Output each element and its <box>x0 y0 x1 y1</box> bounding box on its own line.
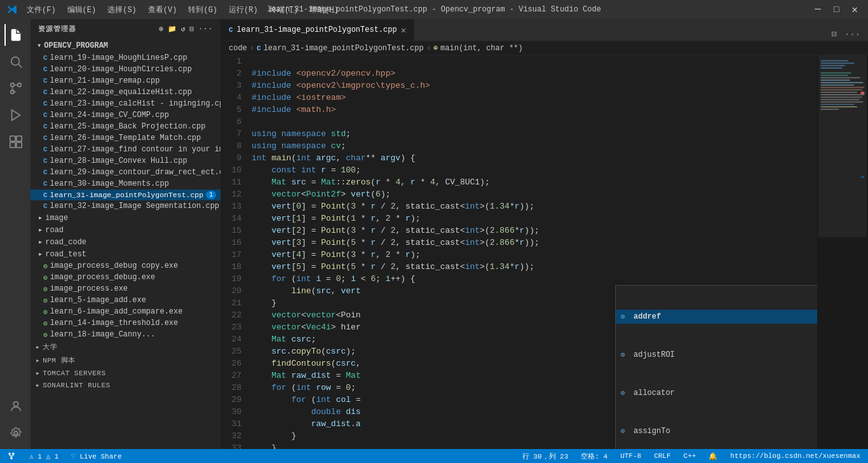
git-branch-status[interactable] <box>5 452 19 460</box>
sidebar-item-exe-threshold[interactable]: ⚙ learn_14-image_threshold.exe <box>31 317 220 329</box>
blog-url[interactable]: https://blog.csdn.net/xuesenmax <box>728 452 863 460</box>
minimize-button[interactable]: ─ <box>811 3 825 17</box>
sidebar-item-exe-process[interactable]: ⚙ image_process.exe <box>31 283 220 294</box>
indentation[interactable]: 空格: 4 <box>578 452 610 461</box>
breadcrumb-file[interactable]: learn_31-image_pointPolygonTest.cpp <box>264 44 424 53</box>
cpp-icon: C <box>43 123 48 130</box>
sidebar-item-exe-debug[interactable]: ⚙ image_process_debug.exe <box>31 272 220 283</box>
notification-bell[interactable]: 🔔 <box>706 452 720 460</box>
sidebar-item-exe-add[interactable]: ⚙ learn_5-image_add.exe <box>31 294 220 306</box>
sidebar-item-file-32[interactable]: C learn_32-image_Image Segmentation.cpp <box>31 200 220 212</box>
errors-warnings[interactable]: ⚠ 1 △ 1 <box>27 452 61 460</box>
sidebar-item-file-28[interactable]: C learn_28-image_Convex Hull.cpp <box>31 155 220 167</box>
sidebar-item-file-21[interactable]: C learn_21-image_remap.cpp <box>31 75 220 86</box>
live-share-button[interactable]: ♡ Live Share <box>69 452 124 460</box>
tab-label: learn_31-image_pointPolygonTest.cpp <box>237 25 397 34</box>
refresh-icon[interactable]: ↺ <box>181 25 186 33</box>
more-actions-button[interactable]: ··· <box>842 28 863 41</box>
chevron-right-icon: ▸ <box>36 343 40 351</box>
exe-icon: ⚙ <box>43 331 48 339</box>
activity-explorer[interactable] <box>4 24 26 46</box>
more-actions-icon[interactable]: ··· <box>198 25 213 33</box>
sidebar-item-label: learn_24-image_CV_COMP.cpp <box>50 111 169 120</box>
sidebar-item-file-19[interactable]: C learn_19-image_HoughLinesP.cpp <box>31 52 220 64</box>
folder-label: image <box>45 214 68 223</box>
sidebar-item-file-27[interactable]: C learn_27-image_find contour in your im… <box>31 144 220 155</box>
sidebar-item-file-31[interactable]: C learn_31-image_pointPolygonTest.cpp 1 <box>31 190 220 200</box>
activity-settings[interactable] <box>4 422 26 444</box>
breadcrumb-function[interactable]: main(int, char **) <box>440 44 523 53</box>
sidebar-folder-image[interactable]: ▸ image <box>31 212 220 224</box>
sidebar-item-file-23[interactable]: C learn_23-image_calcHist - inginging.cp… <box>31 98 220 109</box>
exe-icon: ⚙ <box>43 285 48 293</box>
tab-close-button[interactable]: ✕ <box>401 25 406 36</box>
svg-line-1 <box>18 64 22 67</box>
sidebar-item-file-20[interactable]: C learn_20-image_HoughCircles.cpp <box>31 64 220 75</box>
tab-bar: C learn_31-image_pointPolygonTest.cpp ✕ … <box>221 19 868 41</box>
activity-debug[interactable] <box>4 104 26 126</box>
sidebar-title: 资源管理器 <box>38 24 76 34</box>
menu-goto[interactable]: 转到(G) <box>183 3 222 17</box>
sidebar-item-exe-debug-copy[interactable]: ⚙ image_process_debug copy.exe <box>31 260 220 272</box>
tab-31[interactable]: C learn_31-image_pointPolygonTest.cpp ✕ <box>221 19 414 41</box>
sidebar-item-label: image_process_debug.exe <box>50 273 156 282</box>
cpp-icon: C <box>43 146 48 153</box>
menu-run[interactable]: 运行(R) <box>224 3 263 17</box>
sidebar-group-npm[interactable]: ▸ NPM 脚本 <box>31 354 220 367</box>
sidebar-item-file-24[interactable]: C learn_24-image_CV_COMP.cpp <box>31 109 220 121</box>
sidebar-group-daxue[interactable]: ▸ 大学 <box>31 340 220 354</box>
chevron-right-icon: ▸ <box>36 356 40 364</box>
sidebar-group-sonar[interactable]: ▸ SONARLINT RULES <box>31 379 220 391</box>
split-editor-button[interactable]: ⊟ <box>829 27 839 41</box>
activity-search[interactable] <box>4 51 26 73</box>
autocomplete-item-addref[interactable]: ⊙ addref <box>616 310 817 324</box>
sidebar-item-exe-canny[interactable]: ⚙ learn_18-image_Canny... <box>31 329 220 340</box>
activity-extensions[interactable] <box>4 131 26 153</box>
menu-edit[interactable]: 编辑(E) <box>62 3 102 17</box>
sidebar-item-file-25[interactable]: C learn_25-image_Back Projection.cpp <box>31 121 220 132</box>
autocomplete-item-assignto[interactable]: ⊙ assignTo <box>616 424 817 438</box>
breadcrumb-file-icon: C <box>257 45 261 52</box>
minimap[interactable] <box>817 55 868 449</box>
menu-select[interactable]: 选择(S) <box>102 3 142 17</box>
activity-scm[interactable] <box>4 78 26 99</box>
cpp-icon: C <box>43 134 48 142</box>
method-icon: ⊙ <box>621 387 630 399</box>
menu-file[interactable]: 文件(F) <box>22 3 61 17</box>
sidebar-item-file-30[interactable]: C learn_30-image_Moments.cpp <box>31 178 220 190</box>
sidebar-item-file-29[interactable]: C learn_29-image_contour_draw_rect_ect.c… <box>31 167 220 178</box>
sidebar-folder-road-test[interactable]: ▸ road_test <box>31 248 220 260</box>
minimap-content <box>817 55 868 449</box>
sidebar-item-label: learn_30-image_Moments.cpp <box>50 179 169 188</box>
sidebar-folder-road[interactable]: ▸ road <box>31 224 220 236</box>
menu-view[interactable]: 查看(V) <box>143 3 182 17</box>
close-button[interactable]: ✕ <box>848 2 862 17</box>
sidebar-item-file-26[interactable]: C learn_26-image_Template Match.cpp <box>31 132 220 144</box>
new-folder-icon[interactable]: 📁 <box>168 25 177 33</box>
editor-area: C learn_31-image_pointPolygonTest.cpp ✕ … <box>221 19 868 449</box>
new-file-icon[interactable]: ⊕ <box>159 25 164 33</box>
activity-account[interactable] <box>4 396 26 417</box>
sidebar-folder-road-code[interactable]: ▸ road_code <box>31 236 220 248</box>
chevron-right-icon: ▸ <box>36 369 40 377</box>
collapse-icon[interactable]: ⊟ <box>190 25 195 33</box>
cpp-icon: C <box>43 191 48 199</box>
sidebar-root-folder[interactable]: ▾ OPENCV_PROGRAM <box>31 39 220 52</box>
cursor-position[interactable]: 行 30，列 23 <box>520 452 571 461</box>
language-mode[interactable]: C++ <box>681 452 699 460</box>
autocomplete-item-adjustroi[interactable]: ⊙ adjustROI <box>616 348 817 362</box>
sidebar-item-exe-compare[interactable]: ⚙ learn_6-image_add_compare.exe <box>31 306 220 317</box>
breadcrumb-code[interactable]: code <box>229 44 247 53</box>
sidebar-item-label: learn_27-image_find contour in your imag… <box>50 145 220 154</box>
chevron-right-icon: ▸ <box>38 213 43 223</box>
sidebar-header: 资源管理器 ⊕ 📁 ↺ ⊟ ··· <box>31 19 220 39</box>
sidebar-group-tomcat[interactable]: ▸ TOMCAT SERVERS <box>31 367 220 379</box>
encoding[interactable]: UTF-8 <box>618 452 644 460</box>
code-editor[interactable]: #include <opencv2/opencv.hpp> #include <… <box>247 55 817 449</box>
sidebar-item-file-22[interactable]: C learn_22-image_equalizeHist.cpp <box>31 86 220 98</box>
line-ending[interactable]: CRLF <box>651 452 673 460</box>
ac-label: allocator <box>634 387 675 399</box>
maximize-button[interactable]: □ <box>830 3 843 16</box>
autocomplete-item-allocator[interactable]: ⊙ allocator <box>616 386 817 400</box>
cpp-icon: C <box>43 157 48 165</box>
